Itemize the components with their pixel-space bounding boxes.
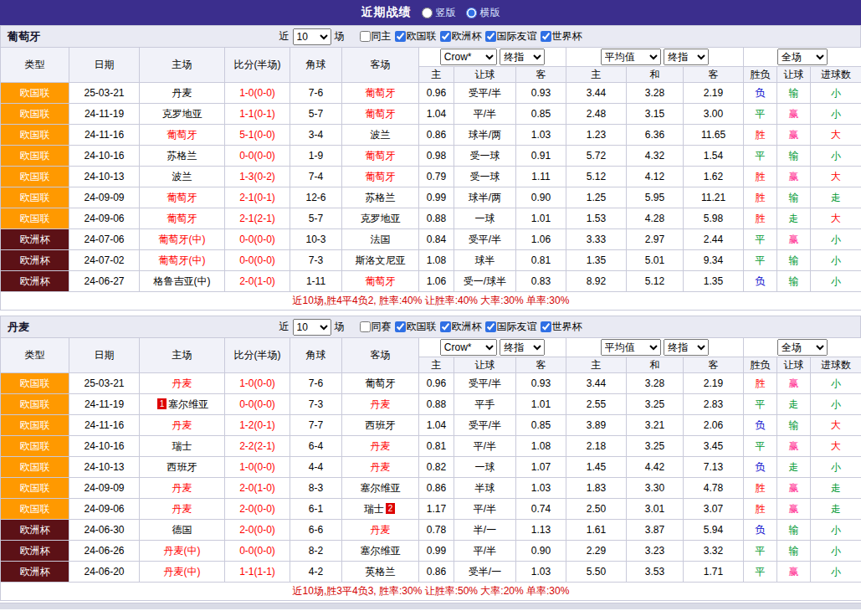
scope-select[interactable]: 全场 [777, 339, 828, 356]
home-team[interactable]: 丹麦 [140, 478, 225, 499]
home-team[interactable]: 格鲁吉亚(中) [140, 271, 225, 292]
average-odds-type-select[interactable]: 终指 [664, 49, 709, 65]
away-team[interactable]: 丹麦 [342, 520, 419, 541]
home-team[interactable]: 丹麦(中) [140, 562, 225, 583]
away-team[interactable]: 英格兰 [342, 562, 419, 583]
avg-draw-odds: 5.12 [627, 271, 684, 292]
home-team[interactable]: 1塞尔维亚 [140, 394, 225, 415]
away-team[interactable]: 法国 [342, 229, 419, 250]
home-team[interactable]: 苏格兰 [140, 146, 225, 167]
home-team[interactable]: 丹麦 [140, 415, 225, 436]
away-team[interactable]: 波兰 [342, 125, 419, 146]
home-team[interactable]: 丹麦 [140, 83, 225, 104]
home-team[interactable]: 西班牙 [140, 457, 225, 478]
avg-away-odds: 2.83 [684, 394, 744, 415]
away-team[interactable]: 葡萄牙 [342, 146, 419, 167]
team-name: 葡萄牙 [8, 29, 40, 44]
handicap-away-odds: 1.03 [516, 478, 566, 499]
league-type-badge: 欧国联 [1, 83, 69, 104]
away-team[interactable]: 苏格兰 [342, 187, 419, 208]
away-team[interactable]: 葡萄牙 [342, 373, 419, 394]
league-checkbox-worldcup[interactable]: 世界杯 [541, 320, 582, 334]
same-home-checkbox[interactable]: 同主 [360, 29, 392, 44]
section-summary: 近10场,胜3平4负3, 胜率:30% 让胜率:50% 大率:20% 单率:30… [1, 583, 861, 601]
league-checkbox-friendly[interactable]: 国际友谊 [485, 320, 537, 334]
result-handicap: 输 [777, 541, 811, 562]
col-handicap-away: 客 [516, 357, 566, 373]
score: 2-0(1-0) [225, 478, 290, 499]
avg-home-odds: 1.23 [566, 125, 627, 146]
avg-away-odds: 3.07 [684, 499, 744, 520]
away-team[interactable]: 丹麦 [342, 394, 419, 415]
home-team[interactable]: 葡萄牙(中) [140, 250, 225, 271]
avg-home-odds: 1.45 [566, 457, 627, 478]
away-team[interactable]: 丹麦 [342, 436, 419, 457]
home-team[interactable]: 瑞士 [140, 436, 225, 457]
match-date: 25-03-21 [69, 83, 140, 104]
avg-away-odds: 1.71 [684, 562, 744, 583]
result-handicap: 输 [777, 250, 811, 271]
away-team[interactable]: 葡萄牙 [342, 167, 419, 187]
away-team[interactable]: 西班牙 [342, 415, 419, 436]
away-team[interactable]: 塞尔维亚 [342, 478, 419, 499]
result-wdl: 胜 [744, 478, 777, 499]
home-team[interactable]: 丹麦 [140, 373, 225, 394]
layout-vertical-radio[interactable]: 竖版 [422, 6, 456, 20]
score: 2-0(0-0) [225, 499, 290, 520]
score: 1-2(0-1) [225, 415, 290, 436]
corners: 7-6 [290, 373, 342, 394]
average-select[interactable]: 平均值 [601, 339, 661, 356]
away-team[interactable]: 克罗地亚 [342, 208, 419, 229]
home-team[interactable]: 葡萄牙 [140, 208, 225, 229]
handicap-odds-type-select[interactable]: 终指 [500, 49, 545, 65]
radio-vertical-input[interactable] [422, 8, 433, 18]
home-team[interactable]: 克罗地亚 [140, 104, 225, 125]
league-type-badge: 欧国联 [1, 104, 69, 125]
league-checkbox-euro[interactable]: 欧洲杯 [440, 320, 482, 334]
avg-away-odds: 1.35 [684, 271, 744, 292]
bookmaker-select[interactable]: Crow* [440, 49, 497, 65]
match-count-select[interactable]: 10 [293, 319, 331, 336]
col-score: 比分(半场) [225, 48, 290, 83]
home-team[interactable]: 葡萄牙 [140, 125, 225, 146]
league-checkbox-worldcup[interactable]: 世界杯 [541, 29, 582, 44]
handicap-line: 一球 [454, 208, 516, 229]
topbar: 近期战绩 竖版 横版 [0, 0, 861, 25]
away-team[interactable]: 葡萄牙 [342, 271, 419, 292]
radio-horizontal-input[interactable] [466, 8, 477, 18]
handicap-odds-type-select[interactable]: 终指 [500, 339, 545, 356]
league-checkbox-friendly[interactable]: 国际友谊 [485, 29, 537, 44]
home-team[interactable]: 丹麦 [140, 499, 225, 520]
score: 0-0(0-0) [225, 229, 290, 250]
same-competition-checkbox[interactable]: 同赛 [360, 320, 392, 334]
match-count-select[interactable]: 10 [293, 28, 331, 45]
home-team[interactable]: 葡萄牙 [140, 187, 225, 208]
league-checkbox-euro[interactable]: 欧洲杯 [440, 29, 482, 44]
handicap-away-odds: 1.11 [516, 167, 566, 187]
away-team[interactable]: 葡萄牙 [342, 104, 419, 125]
average-select[interactable]: 平均值 [601, 49, 661, 65]
average-odds-type-select[interactable]: 终指 [664, 339, 709, 356]
away-team[interactable]: 丹麦 [342, 457, 419, 478]
bookmaker-select[interactable]: Crow* [440, 339, 497, 356]
away-team[interactable]: 葡萄牙 [342, 83, 419, 104]
away-team[interactable]: 瑞士2 [342, 499, 419, 520]
home-team[interactable]: 德国 [140, 520, 225, 541]
league-checkbox-nations[interactable]: 欧国联 [395, 320, 437, 334]
home-team[interactable]: 葡萄牙(中) [140, 229, 225, 250]
handicap-line: 半/一 [454, 520, 516, 541]
away-team[interactable]: 塞尔维亚 [342, 541, 419, 562]
league-checkbox-nations[interactable]: 欧国联 [395, 29, 437, 44]
home-team[interactable]: 波兰 [140, 167, 225, 187]
scope-select[interactable]: 全场 [777, 49, 828, 65]
home-team[interactable]: 丹麦(中) [140, 541, 225, 562]
result-wdl: 平 [744, 229, 777, 250]
col-home: 主场 [140, 48, 225, 83]
result-wdl: 负 [744, 415, 777, 436]
away-team[interactable]: 斯洛文尼亚 [342, 250, 419, 271]
avg-home-odds: 1.25 [566, 187, 627, 208]
layout-horizontal-radio[interactable]: 横版 [466, 6, 500, 20]
match-date: 24-11-16 [69, 125, 140, 146]
league-type-badge: 欧国联 [1, 208, 69, 229]
handicap-line: 平/半 [454, 104, 516, 125]
